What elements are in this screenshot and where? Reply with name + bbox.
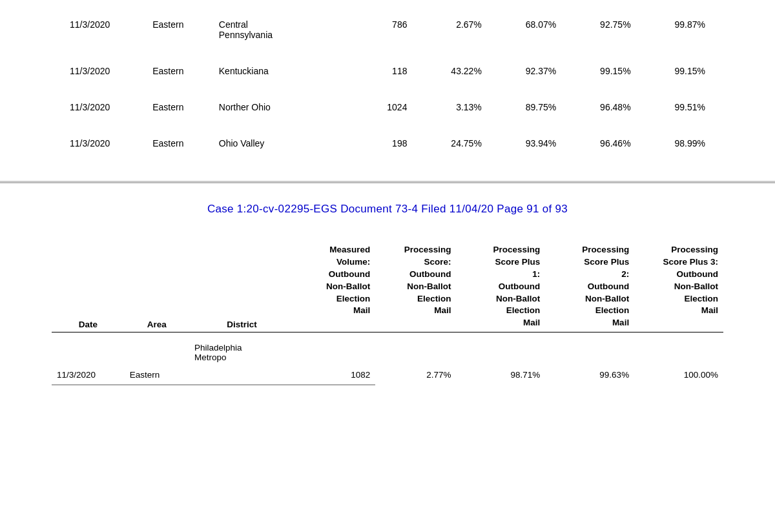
col-header-district: District (189, 241, 294, 332)
cell-vol: 118 (346, 59, 413, 83)
cell-p1: 43.22% (412, 59, 486, 83)
cell-area: Eastern (147, 13, 214, 46)
col-header-ps1: ProcessingScore Plus1:OutboundNon-Ballot… (456, 241, 545, 332)
cell-ps: 2.77% (375, 366, 456, 384)
table-header-row: Date Area District MeasuredVolume:Outbou… (52, 241, 723, 332)
cell-date: 11/3/2020 (65, 59, 147, 83)
cell-vol (294, 339, 375, 366)
col-header-ps2: ProcessingScore Plus2:OutboundNon-Ballot… (545, 241, 634, 332)
spacer-row (52, 332, 723, 339)
bottom-data-table: Date Area District MeasuredVolume:Outbou… (52, 241, 723, 385)
table-row: 11/3/2020 Eastern CentralPennsylvania 78… (65, 13, 710, 46)
cell-district: CentralPennsylvania (214, 13, 346, 46)
case-header: Case 1:20-cv-02295-EGS Document 73-4 Fil… (0, 183, 775, 229)
cell-p3: 96.46% (561, 132, 636, 155)
table-row (65, 119, 710, 132)
table-row (65, 83, 710, 96)
cell-p2: 68.07% (487, 13, 561, 46)
cell-p3: 99.15% (561, 59, 636, 83)
cell-district: PhiladelphiaMetropo (189, 339, 294, 366)
cell-p4: 99.51% (636, 96, 710, 119)
cell-district: Norther Ohio (214, 96, 346, 119)
cell-vol: 1082 (294, 366, 375, 384)
cell-district: Kentuckiana (214, 59, 346, 83)
cell-p1: 3.13% (412, 96, 486, 119)
underline-row (52, 384, 723, 385)
cell-vol: 1024 (346, 96, 413, 119)
cell-date: 11/3/2020 (65, 13, 147, 46)
cell-p4: 99.15% (636, 59, 710, 83)
cell-p2: 93.94% (487, 132, 561, 155)
cell-vol: 198 (346, 132, 413, 155)
cell-area (125, 339, 189, 366)
cell-ps1: 98.71% (456, 366, 545, 384)
table-row: 11/3/2020 Eastern 1082 2.77% 98.71% 99.6… (52, 366, 723, 384)
cell-ps2 (545, 339, 634, 366)
cell-ps (375, 339, 456, 366)
cell-vol: 786 (346, 13, 413, 46)
cell-ps2: 99.63% (545, 366, 634, 384)
cell-ps3: 100.00% (634, 366, 723, 384)
cell-p2: 92.37% (487, 59, 561, 83)
table-row: PhiladelphiaMetropo (52, 339, 723, 366)
cell-date: 11/3/2020 (52, 366, 125, 384)
cell-district: Ohio Valley (214, 132, 346, 155)
cell-p1: 24.75% (412, 132, 486, 155)
top-section: 11/3/2020 Eastern CentralPennsylvania 78… (0, 0, 775, 182)
col-header-date: Date (52, 241, 125, 332)
cell-area: Eastern (147, 96, 214, 119)
cell-p3: 96.48% (561, 96, 636, 119)
cell-area: Eastern (147, 59, 214, 83)
table-row: 11/3/2020 Eastern Norther Ohio 1024 3.13… (65, 96, 710, 119)
table-row: 11/3/2020 Eastern Ohio Valley 198 24.75%… (65, 132, 710, 155)
cell-ps3 (634, 339, 723, 366)
cell-p4: 99.87% (636, 13, 710, 46)
col-header-ps3: ProcessingScore Plus 3:OutboundNon-Ballo… (634, 241, 723, 332)
bottom-section: Date Area District MeasuredVolume:Outbou… (0, 229, 775, 398)
cell-ps1 (456, 339, 545, 366)
cell-area: Eastern (125, 366, 189, 384)
cell-date: 11/3/2020 (65, 132, 147, 155)
cell-date (52, 339, 125, 366)
table-row: 11/3/2020 Eastern Kentuckiana 118 43.22%… (65, 59, 710, 83)
cell-p4: 98.99% (636, 132, 710, 155)
col-header-ps: ProcessingScore:OutboundNon-BallotElecti… (375, 241, 456, 332)
table-row (65, 46, 710, 59)
cell-date: 11/3/2020 (65, 96, 147, 119)
cell-district (189, 366, 294, 384)
col-header-area: Area (125, 241, 189, 332)
col-header-vol: MeasuredVolume:OutboundNon-BallotElectio… (294, 241, 375, 332)
top-data-table: 11/3/2020 Eastern CentralPennsylvania 78… (65, 13, 710, 155)
cell-area: Eastern (147, 132, 214, 155)
cell-p3: 92.75% (561, 13, 636, 46)
cell-p2: 89.75% (487, 96, 561, 119)
cell-p1: 2.67% (412, 13, 486, 46)
